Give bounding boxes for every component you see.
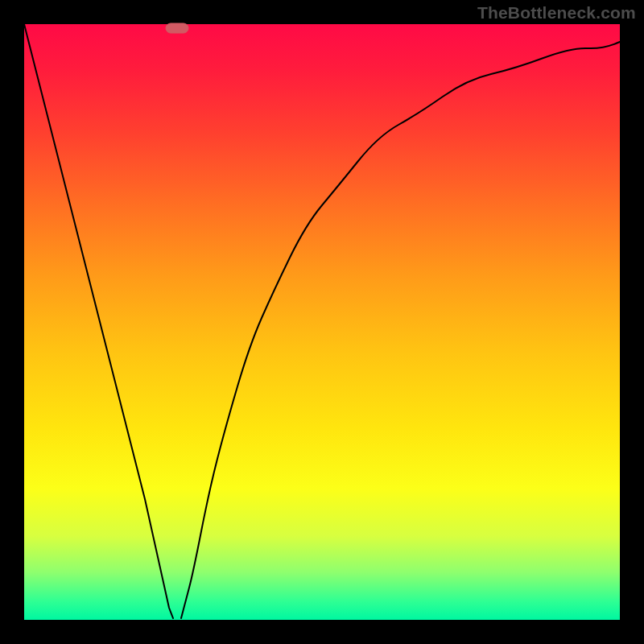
plot-svg bbox=[24, 24, 620, 620]
chart-stage: TheBottleneck.com bbox=[0, 0, 644, 644]
watermark-text: TheBottleneck.com bbox=[477, 3, 636, 23]
curve-left-segment bbox=[24, 24, 173, 618]
minimum-marker bbox=[166, 23, 188, 33]
curve-right-segment bbox=[181, 42, 620, 618]
plot-area bbox=[24, 24, 620, 620]
